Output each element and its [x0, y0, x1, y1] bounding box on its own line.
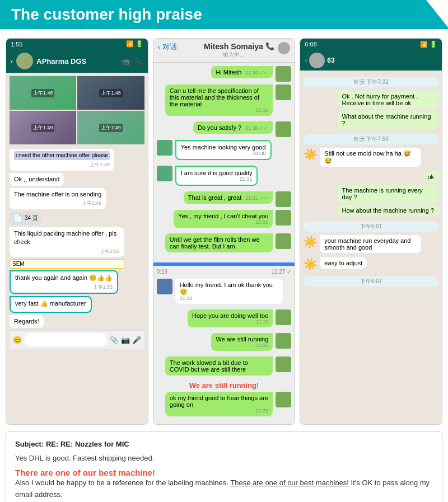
chat1-sem: SEM [10, 259, 124, 269]
chat2-row-satisfy: Do you satisfy ? 21:30 ✓✓ [157, 121, 292, 137]
chat3-date3: 下午6:01 [304, 222, 438, 232]
chat3-msg-running-everyday: The machine is running every day ? [338, 185, 439, 203]
chat1-input-bar: 😊 📎 📷 🎤 [10, 330, 144, 349]
chat3-sun1: ☀️ [304, 148, 318, 161]
chat1-msg1: i need the other machine offer please 上午… [10, 149, 114, 171]
chat2-row-cheat: Yes , my friend , I can't cheat you 21:3… [157, 210, 292, 231]
chat2-my-avatar6 [276, 233, 291, 249]
chat2-mitesh-avatar2 [157, 166, 172, 181]
chat1-header: ‹ APharma DGS 📹 📞 [6, 49, 148, 73]
chat1-img2: 上午1:48 [77, 76, 144, 110]
chat1-contact-name: APharma DGS [36, 57, 86, 65]
chat2-bottom-time: 0:19 [157, 269, 167, 275]
chat1-pdf: 📄 34 页 [10, 212, 144, 225]
main-content: 1:55 📶 🔋 ‹ APharma DGS 📹 📞 上午1:48 [0, 38, 448, 502]
chat1-regards-text: Regards! [14, 318, 39, 325]
chat1-msg3: The machine offer is on sending 上午1:49 [10, 188, 106, 209]
chat2-bubble-cheat: Yes , my friend , I can't cheat you 21:3… [174, 210, 273, 228]
chat2-bubble-hello: Hello my friend. I am ok thank you 😊 21:… [175, 279, 283, 304]
chat2-wechat: ‹ 对话 Mitesh Somaiya 输入中... 📞 Hi Mitesh 2… [153, 38, 296, 425]
chat1-regards: Regards! [10, 315, 44, 328]
emoji-btn[interactable]: 😊 [13, 336, 22, 344]
chat2-bubble-covid: The work slowed a bit due to COVID but w… [165, 356, 273, 376]
chat3-sun2: ☀️ [304, 235, 318, 248]
chat1-msg2: Ok ,, understand [10, 173, 64, 186]
pdf-label: 34 页 [25, 214, 38, 222]
chat3-contact-num: 63 [327, 57, 334, 64]
chat2-row-hello: Hello my friend. I am ok thank you 😊 21:… [157, 279, 292, 307]
chat3-status-bar: 6:08 📶 🔋 [300, 39, 442, 50]
img2-time: 上午1:48 [99, 89, 123, 97]
chat2-bubble-hi: Hi Mitesh 21:30 ✓✓ [211, 66, 273, 78]
chat1-call-icon[interactable]: 📞 [134, 57, 143, 65]
mic-icon[interactable]: 🎤 [132, 336, 141, 344]
chat2-my-avatar10 [276, 392, 291, 407]
chat2-row-goodhear: ok my friend good to hear things are goi… [157, 392, 292, 419]
chat2-my-avatar7 [276, 309, 291, 325]
chat3-back-icon[interactable]: ‹ [305, 57, 307, 64]
chat2-my-avatar9 [276, 356, 291, 372]
email-subject-text: Subject: RE: RE: Nozzles for MIC [15, 440, 129, 448]
chat2-row-yesm: Yes machine looking very good 21:30 [157, 140, 292, 163]
chat3-msg-smooth: your machine run everyday and smooth and… [320, 235, 421, 253]
chat2-row-great: That is great , great 21:31 ✓✓ [157, 191, 292, 207]
chat3-row-smooth: ☀️ your machine run everyday and smooth … [304, 235, 438, 255]
chat3-msg-howabout: How about the machine running ? [338, 205, 439, 216]
attach-icon[interactable]: 📎 [110, 336, 119, 344]
chat3-date2: 昨天 下午7:50 [304, 134, 438, 144]
camera-icon2[interactable]: 📷 [121, 336, 130, 344]
chat2-header: ‹ 对话 Mitesh Somaiya 输入中... 📞 [153, 39, 295, 63]
chat1-veryfast-text: very fast 👍 manufacturer [15, 300, 86, 307]
chat1-avatar [16, 53, 33, 69]
chat2-mitesh-avatar1 [157, 140, 172, 156]
email-line2-start: Also I would be happy to be a reference … [15, 478, 230, 487]
chat2-call-icon[interactable]: 📞 [265, 42, 274, 54]
chat1-msg4-text: This liquid packing machine offer , pls … [14, 230, 116, 245]
chat2-row-still: We are still running 21:10 [157, 333, 292, 354]
chat2-bubble-film: Until we get the film rolls then we can … [165, 233, 273, 252]
chat2-my-avatar5 [276, 210, 291, 226]
chat1-msg4: This liquid packing machine offer , pls … [10, 227, 124, 257]
chat1-thankyou-text: thank you again and again 😊👍👍 [15, 274, 113, 281]
page-title: The customer high praise [11, 6, 202, 24]
chat3-row-easy: ☀️ easy to adjust [304, 257, 438, 271]
chat1-msg2-text: Ok ,, understand [14, 176, 59, 182]
chat2-bubble-yesmachine: Yes machine looking very good 21:30 [175, 140, 272, 160]
email-line2-underline: These are one of our best machines! [230, 478, 349, 487]
chat1-thankyou: thank you again and again 😊👍👍 上午1:53 [10, 270, 118, 294]
email-section: Subject: RE: RE: Nozzles for MIC Yes DHL… [6, 431, 442, 502]
chat1-body: 上午1:48 上午1:48 上午1:49 上午1:49 i need the o… [6, 73, 148, 352]
chat2-bubble-quality: I am sure it is good quality 21:31 [175, 166, 258, 186]
chat2-bubble-great: That is great , great 21:31 ✓✓ [184, 191, 273, 204]
chat2-mitesh-avatar3 [157, 279, 172, 294]
img3-time: 上午1:49 [31, 124, 55, 132]
chat1-video-icon[interactable]: 📹 [121, 57, 130, 65]
chat1-signal: 📶 🔋 [126, 40, 143, 48]
chat2-bubble-spec: Can u tell me the specification of this … [165, 85, 273, 116]
chat2-my-avatar2 [276, 85, 291, 100]
chat1-back-icon[interactable]: ‹ [11, 57, 13, 65]
email-subject: Subject: RE: RE: Nozzles for MIC [15, 440, 433, 448]
chat2-bubble-still: We are still running 21:10 [211, 333, 273, 351]
chat1-status-bar: 1:55 📶 🔋 [6, 39, 148, 49]
chat3-row-mold: ☀️ Still not use mold now ha ha 😅😅 [304, 148, 438, 169]
chat1-whatsapp: 1:55 📶 🔋 ‹ APharma DGS 📹 📞 上午1:48 [6, 38, 148, 425]
chat1-img4: 上午1:49 [77, 111, 144, 144]
chat2-row-film: Until we get the film rolls then we can … [157, 233, 292, 255]
chat2-row-quality: I am sure it is good quality 21:31 [157, 166, 292, 189]
chat3-msg-what: What about the machine running ? [338, 111, 439, 129]
chats-row: 1:55 📶 🔋 ‹ APharma DGS 📹 📞 上午1:48 [6, 38, 442, 425]
chat2-my-avatar1 [276, 66, 291, 82]
img1-time: 上午1:48 [31, 89, 55, 97]
chat1-input[interactable] [24, 333, 108, 346]
chat3-sun3: ☀️ [304, 257, 318, 271]
chat3-msg-notpayment: Ok . Not hurry for payment . Receive in … [338, 91, 439, 109]
chat2-timestamp-row: 0:19 11:27 ✓ [153, 267, 295, 276]
chat3-signal: 📶 🔋 [420, 41, 437, 48]
chat2-bubble-satisfy: Do you satisfy ? 21:30 ✓✓ [193, 121, 273, 134]
chat2-divider [153, 262, 295, 266]
chat2-top-body: Hi Mitesh 21:30 ✓✓ Can u tell me the spe… [153, 63, 295, 261]
chat2-back[interactable]: ‹ 对话 [158, 42, 177, 52]
chat1-messages: i need the other machine offer please 上午… [10, 149, 144, 330]
chat3-time: 6:08 [305, 41, 316, 48]
